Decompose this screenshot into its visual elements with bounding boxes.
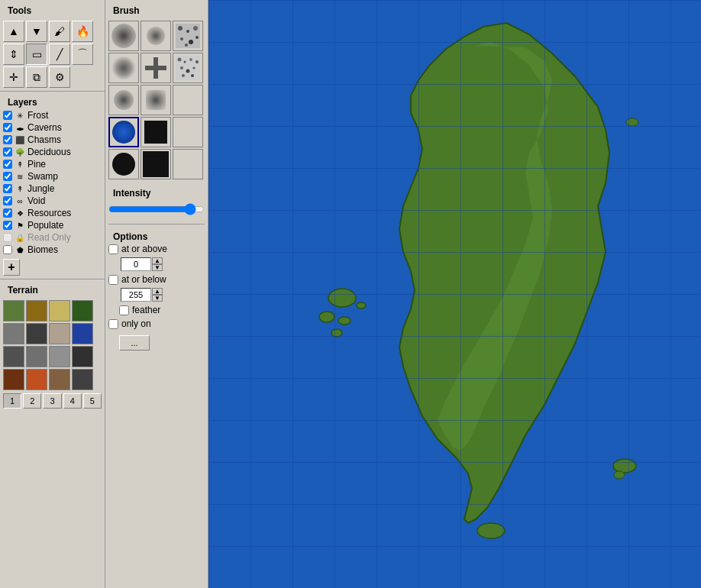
brush-noise[interactable] [173, 21, 203, 51]
terrain-btn-4[interactable] [72, 300, 93, 321]
brush-soft-medium[interactable] [141, 21, 171, 51]
tool-paint[interactable]: 🖌 [49, 21, 70, 42]
layer-populate-checkbox[interactable] [3, 221, 12, 230]
layer-swamp-checkbox[interactable] [3, 172, 12, 181]
layer-frost[interactable]: ✳ Frost [3, 109, 102, 121]
terrain-btn-9[interactable] [3, 346, 24, 367]
tool-move-vert[interactable]: ⇕ [3, 44, 24, 65]
layer-caverns-checkbox[interactable] [3, 123, 12, 132]
layer-deciduous[interactable]: 🌳 Deciduous [3, 146, 102, 158]
terrain-btn-10[interactable] [26, 346, 47, 367]
at-or-below-spinner: ▲ ▼ [121, 288, 205, 302]
brush-square-soft[interactable] [141, 85, 171, 115]
at-or-above-checkbox[interactable] [108, 244, 118, 254]
brush-noise2[interactable] [173, 53, 203, 83]
at-or-below-label: at or below [121, 274, 166, 285]
at-or-above-up[interactable]: ▲ [152, 257, 163, 264]
layer-readonly-icon: 🔒 [15, 232, 25, 243]
layer-pine-label: Pine [27, 159, 46, 170]
map-area[interactable] [208, 0, 701, 588]
layer-deciduous-checkbox[interactable] [3, 147, 12, 157]
layer-resources[interactable]: ❖ Resources [3, 207, 102, 219]
tool-raise[interactable]: ▲ [3, 21, 24, 42]
layer-populate[interactable]: ⚑ Populate [3, 219, 102, 231]
brush-circle-active[interactable] [108, 117, 139, 147]
terrain-btn-1[interactable] [3, 300, 24, 321]
layer-biomes[interactable]: ⬟ Biomes [3, 244, 102, 256]
brush-soft-large[interactable] [108, 21, 139, 51]
terrain-btn-12[interactable] [72, 346, 93, 367]
tool-settings[interactable]: ⚙ [49, 66, 70, 88]
brush-square-xl[interactable] [141, 149, 171, 179]
only-on-button[interactable]: ... [119, 335, 150, 351]
layer-resources-checkbox[interactable] [3, 208, 12, 218]
tool-select-rect[interactable]: ▭ [26, 44, 47, 65]
brush-empty[interactable] [173, 85, 203, 115]
layer-frost-checkbox[interactable] [3, 111, 12, 120]
svg-point-7 [185, 44, 188, 47]
layer-swamp[interactable]: ≋ Swamp [3, 170, 102, 183]
tool-angle[interactable]: ⌒ [72, 44, 93, 65]
tool-line[interactable]: ╱ [49, 44, 70, 65]
layer-pine[interactable]: ↟ Pine [3, 158, 102, 170]
brush-cross[interactable] [141, 53, 171, 83]
layer-biomes-checkbox[interactable] [3, 245, 12, 254]
layer-chasms-checkbox[interactable] [3, 135, 12, 144]
layer-caverns[interactable]: 🕳 Caverns [3, 121, 102, 134]
layer-populate-label: Populate [27, 220, 63, 231]
at-or-above-input[interactable] [121, 257, 151, 271]
brush-square-solid[interactable] [141, 117, 171, 147]
layer-pine-checkbox[interactable] [3, 160, 12, 169]
terrain-btn-11[interactable] [49, 346, 70, 367]
at-or-below-down[interactable]: ▼ [152, 295, 163, 302]
at-or-above-down[interactable]: ▼ [152, 264, 163, 271]
tool-lower[interactable]: ▼ [26, 21, 47, 42]
add-layer-button[interactable]: + [3, 259, 20, 276]
terrain-page-4[interactable]: 4 [63, 393, 82, 409]
terrain-page-5[interactable]: 5 [83, 393, 102, 409]
tool-copy[interactable]: ⧉ [26, 66, 47, 88]
brush-soft3[interactable] [108, 85, 139, 115]
at-or-below-up[interactable]: ▲ [152, 288, 163, 295]
layer-readonly[interactable]: 🔒 Read Only [3, 231, 102, 244]
terrain-btn-2[interactable] [26, 300, 47, 321]
brush-empty3[interactable] [173, 149, 203, 179]
terrain-section: Terrain 1 2 3 4 5 [0, 279, 105, 412]
brush-empty2[interactable] [173, 117, 203, 147]
layer-void-checkbox[interactable] [3, 196, 12, 205]
terrain-page-3[interactable]: 3 [43, 393, 61, 409]
tool-burn[interactable]: 🔥 [72, 21, 93, 42]
brush-soft2-large[interactable] [108, 53, 139, 83]
svg-point-12 [184, 61, 186, 63]
intensity-slider[interactable] [108, 203, 205, 215]
terrain-btn-16[interactable] [72, 369, 93, 390]
brush-square-soft-preview [146, 90, 166, 110]
layer-chasms[interactable]: ⬛ Chasms [3, 134, 102, 146]
terrain-btn-8[interactable] [72, 323, 93, 344]
terrain-btn-15[interactable] [49, 369, 70, 390]
svg-rect-30 [208, 0, 701, 588]
layer-chasms-label: Chasms [27, 134, 61, 145]
terrain-btn-6[interactable] [26, 323, 47, 344]
layer-pine-icon: ↟ [15, 159, 25, 170]
layer-void[interactable]: ∞ Void [3, 195, 102, 207]
terrain-btn-5[interactable] [3, 323, 24, 344]
layer-swamp-label: Swamp [27, 171, 58, 182]
at-or-below-checkbox[interactable] [108, 275, 118, 285]
terrain-btn-7[interactable] [49, 323, 70, 344]
brush-noise-preview [176, 24, 200, 48]
layer-jungle-checkbox[interactable] [3, 184, 12, 193]
feather-checkbox[interactable] [119, 305, 129, 315]
terrain-page-2[interactable]: 2 [23, 393, 41, 409]
brush-soft3-preview [114, 90, 134, 110]
terrain-page-1[interactable]: 1 [3, 393, 21, 409]
only-on-checkbox[interactable] [108, 319, 118, 329]
layer-jungle[interactable]: ↟ Jungle [3, 183, 102, 195]
terrain-btn-3[interactable] [49, 300, 70, 321]
at-or-below-input[interactable] [121, 288, 151, 302]
tool-crosshair[interactable]: ✛ [3, 66, 24, 88]
terrain-btn-13[interactable] [3, 369, 24, 390]
feather-row: feather [108, 305, 205, 315]
brush-circle-large[interactable] [108, 149, 139, 179]
terrain-btn-14[interactable] [26, 369, 47, 390]
